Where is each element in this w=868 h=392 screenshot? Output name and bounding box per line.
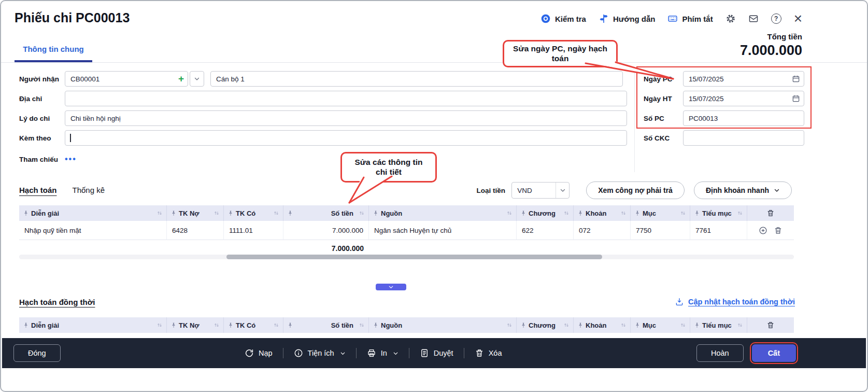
trash-icon — [766, 209, 775, 217]
column-header-item[interactable]: Mục — [631, 317, 690, 333]
check-data-label: Kiểm tra — [555, 15, 586, 23]
close-button[interactable]: Đóng — [13, 344, 61, 362]
concurrent-title[interactable]: Hạch toán đồng thời — [19, 298, 95, 306]
currency-select[interactable]: VND — [511, 182, 570, 199]
column-header-clause[interactable]: Khoản — [574, 317, 631, 333]
feedback-mail-icon[interactable] — [748, 13, 759, 24]
column-header-delete[interactable] — [747, 205, 794, 221]
delete-row-icon[interactable] — [774, 226, 782, 235]
close-icon[interactable]: × — [794, 13, 802, 24]
cell-debit[interactable]: 6428 — [167, 221, 224, 240]
recipient-dropdown-button[interactable] — [190, 71, 204, 87]
column-header-amount[interactable]: Số tiền — [283, 317, 369, 333]
cell-credit[interactable]: 1111.01 — [224, 221, 283, 240]
posting-date-input[interactable] — [683, 91, 804, 106]
utilities-button[interactable]: Tiện ích — [294, 348, 346, 358]
cell-clause[interactable]: 072 — [574, 221, 631, 240]
calendar-icon[interactable] — [792, 94, 800, 103]
help-icon[interactable]: ? — [771, 13, 781, 24]
page-title: Phiếu chi PC00013 — [15, 10, 130, 25]
doc-no-input[interactable] — [683, 110, 804, 126]
doc-date-input[interactable] — [683, 71, 804, 87]
recipient-name-input[interactable] — [210, 71, 623, 87]
update-concurrent-link[interactable]: Cập nhật hạch toán đồng thời — [675, 297, 795, 306]
add-row-icon[interactable] — [759, 226, 767, 235]
chevron-down-icon — [340, 351, 346, 356]
column-label: TK Có — [236, 209, 255, 217]
reference-more-button[interactable]: ••• — [65, 155, 77, 164]
column-header-debit[interactable]: TK Nợ — [167, 205, 224, 221]
attachment-label: Kèm theo — [19, 134, 65, 142]
column-header-credit[interactable]: TK Có — [224, 317, 283, 333]
column-header-source[interactable]: Nguồn — [369, 205, 517, 221]
column-header-credit[interactable]: TK Có — [224, 205, 283, 221]
recipient-code-input[interactable] — [65, 71, 188, 87]
footer-divider — [409, 348, 409, 358]
sort-icon — [563, 322, 570, 328]
detail-controls: Loại tiền VND Xem công nợ phải trả Định … — [477, 181, 792, 199]
guide-button[interactable]: Hướng dẫn — [599, 13, 656, 24]
print-button[interactable]: In — [367, 348, 399, 358]
horizontal-scrollbar — [19, 255, 794, 259]
calendar-icon[interactable] — [792, 75, 800, 83]
pin-icon — [577, 322, 584, 328]
payment-voucher-window: Phiếu chi PC00013 Kiểm tra Hướng dẫn Phí… — [0, 0, 868, 392]
approve-button[interactable]: Duyệt — [420, 348, 453, 358]
column-header-item[interactable]: Mục — [631, 205, 690, 221]
pin-icon — [170, 210, 177, 216]
cell-subitem[interactable]: 7761 — [690, 221, 747, 240]
ckc-no-input[interactable] — [683, 130, 804, 146]
cell-description[interactable]: Nhập quỹ tiền mặt — [19, 221, 167, 240]
address-input[interactable] — [65, 91, 627, 106]
attachment-row: Kèm theo — [19, 130, 627, 146]
approve-label: Duyệt — [434, 349, 453, 357]
gear-icon[interactable] — [725, 13, 736, 24]
printer-icon — [367, 348, 376, 358]
cell-item[interactable]: 7750 — [631, 221, 690, 240]
reason-input[interactable] — [65, 110, 627, 126]
save-button[interactable]: Cất — [752, 344, 796, 362]
column-header-subitem[interactable]: Tiểu mục — [690, 205, 747, 221]
footer-center-actions: Nạp Tiện ích In Duyệt Xóa — [245, 338, 502, 368]
sort-icon — [506, 322, 513, 328]
tab-general-info[interactable]: Thông tin chung — [15, 45, 92, 62]
shortcuts-button[interactable]: Phím tắt — [667, 13, 713, 24]
recipient-label: Người nhận — [19, 75, 65, 83]
sort-icon — [273, 210, 279, 216]
pin-icon — [520, 322, 527, 328]
row-actions — [747, 221, 794, 240]
column-header-description[interactable]: Diễn giải — [19, 205, 167, 221]
info-circle-icon — [294, 348, 303, 358]
attachment-input[interactable] — [65, 130, 627, 146]
view-payables-button[interactable]: Xem công nợ phải trả — [586, 181, 685, 199]
table-row[interactable]: Nhập quỹ tiền mặt 6428 1111.01 7.000.000… — [19, 221, 794, 240]
undo-button[interactable]: Hoàn — [696, 344, 744, 362]
cell-source[interactable]: Ngân sách Huyện tự chủ — [369, 221, 517, 240]
column-header-clause[interactable]: Khoản — [574, 205, 631, 221]
column-header-amount[interactable]: Số tiền — [283, 205, 369, 221]
collapse-section-button[interactable] — [376, 284, 406, 290]
tab-accounting[interactable]: Hạch toán — [19, 186, 57, 194]
check-data-button[interactable]: Kiểm tra — [540, 13, 586, 24]
column-header-delete[interactable] — [747, 317, 794, 333]
column-header-description[interactable]: Diễn giải — [19, 317, 167, 333]
cell-amount[interactable]: 7.000.000 — [283, 221, 369, 240]
check-circle-icon — [540, 13, 551, 24]
delete-button[interactable]: Xóa — [475, 348, 502, 358]
column-header-chapter[interactable]: Chương — [517, 205, 574, 221]
tab-statistics[interactable]: Thống kê — [73, 186, 105, 194]
quick-entry-button[interactable]: Định khoản nhanh — [694, 181, 792, 199]
scrollbar-thumb[interactable] — [226, 255, 602, 259]
column-header-source[interactable]: Nguồn — [369, 317, 517, 333]
column-header-debit[interactable]: TK Nợ — [167, 317, 224, 333]
column-header-chapter[interactable]: Chương — [517, 317, 574, 333]
cell-chapter[interactable]: 622 — [517, 221, 574, 240]
quick-entry-label: Định khoản nhanh — [706, 186, 769, 194]
reason-row: Lý do chi — [19, 110, 627, 126]
sort-icon — [506, 210, 513, 216]
add-recipient-icon[interactable]: + — [178, 73, 184, 84]
column-header-subitem[interactable]: Tiểu mục — [690, 317, 747, 333]
reload-button[interactable]: Nạp — [245, 348, 273, 358]
view-payables-label: Xem công nợ phải trả — [598, 186, 673, 194]
sort-icon — [359, 322, 365, 328]
